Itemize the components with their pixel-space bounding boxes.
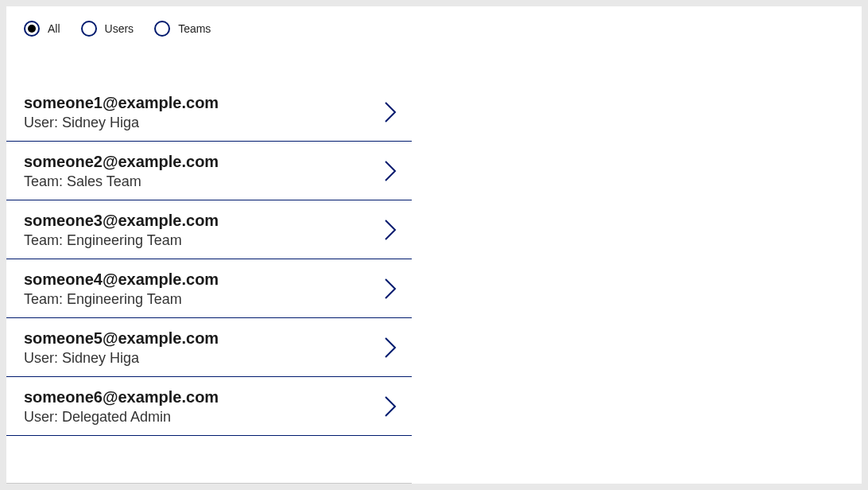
list-item-email: someone3@example.com	[24, 210, 374, 231]
scroll-spacer	[6, 436, 412, 483]
list-item-subtitle: User: Delegated Admin	[24, 409, 374, 426]
list-item-text: someone4@example.com Team: Engineering T…	[24, 269, 374, 308]
list-item-subtitle: User: Sidney Higa	[24, 115, 374, 131]
radio-label: Users	[105, 22, 134, 35]
list-item-text: someone5@example.com User: Sidney Higa	[24, 328, 374, 367]
chevron-right-icon	[383, 159, 397, 183]
results-scroll[interactable]: someone1@example.com User: Sidney Higa s…	[6, 89, 412, 483]
chevron-right-icon	[383, 100, 397, 124]
list-item-email: someone2@example.com	[24, 151, 374, 172]
list-item-email: someone5@example.com	[24, 328, 374, 348]
radio-icon	[81, 21, 97, 37]
radio-option-all[interactable]: All	[24, 21, 60, 37]
radio-option-teams[interactable]: Teams	[154, 21, 211, 37]
chevron-right-icon	[383, 277, 397, 301]
list-item-text: someone2@example.com Team: Sales Team	[24, 151, 374, 190]
list-item-subtitle: Team: Engineering Team	[24, 232, 374, 249]
list-item[interactable]: someone6@example.com User: Delegated Adm…	[6, 377, 412, 436]
list-item-subtitle: Team: Engineering Team	[24, 291, 374, 308]
list-item-text: someone3@example.com Team: Engineering T…	[24, 210, 374, 249]
list-item-subtitle: Team: Sales Team	[24, 173, 374, 190]
list-item-text: someone1@example.com User: Sidney Higa	[24, 92, 374, 131]
list-item-subtitle: User: Sidney Higa	[24, 350, 374, 367]
list-item-email: someone1@example.com	[24, 92, 374, 113]
chevron-right-icon	[383, 395, 397, 418]
list-item-text: someone6@example.com User: Delegated Adm…	[24, 387, 374, 426]
main-panel: All Users Teams someone1@example.com Use…	[6, 6, 862, 484]
radio-icon	[154, 21, 170, 37]
radio-label: All	[48, 22, 60, 35]
radio-option-users[interactable]: Users	[81, 21, 134, 37]
list-item[interactable]: someone3@example.com Team: Engineering T…	[6, 200, 412, 259]
results-list-container: someone1@example.com User: Sidney Higa s…	[6, 89, 412, 484]
list-item[interactable]: someone4@example.com Team: Engineering T…	[6, 259, 412, 318]
radio-label: Teams	[178, 22, 211, 35]
chevron-right-icon	[383, 336, 397, 360]
list-item-email: someone4@example.com	[24, 269, 374, 290]
filter-radio-group: All Users Teams	[6, 6, 862, 37]
radio-icon	[24, 21, 40, 37]
list-item[interactable]: someone1@example.com User: Sidney Higa	[6, 89, 412, 142]
list-item-email: someone6@example.com	[24, 387, 374, 407]
list-item[interactable]: someone5@example.com User: Sidney Higa	[6, 318, 412, 377]
list-item[interactable]: someone2@example.com Team: Sales Team	[6, 142, 412, 200]
chevron-right-icon	[383, 218, 397, 242]
